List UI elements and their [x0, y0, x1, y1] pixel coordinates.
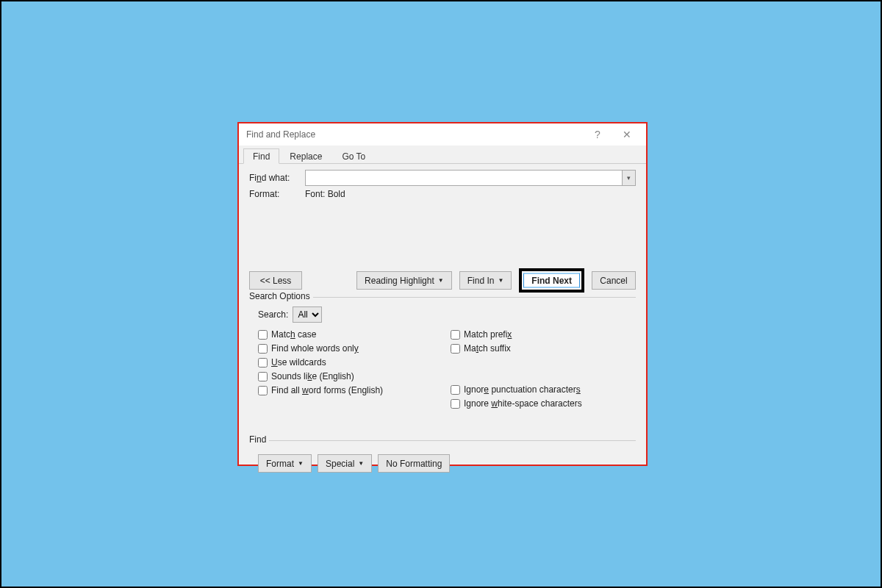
- chevron-down-icon: ▾: [627, 174, 631, 182]
- checkbox-input[interactable]: [451, 344, 460, 354]
- find-fieldset: Find Format ▼ Special ▼ No Formatting: [249, 440, 636, 473]
- special-button[interactable]: Special ▼: [318, 454, 372, 473]
- tab-find[interactable]: Find: [243, 148, 279, 164]
- checkbox-label: Use wildcards: [271, 357, 326, 368]
- checkbox-input[interactable]: [451, 330, 460, 340]
- find-legend: Find: [249, 434, 269, 445]
- help-icon: ?: [595, 129, 600, 140]
- less-button[interactable]: << Less: [249, 271, 302, 290]
- button-label: << Less: [260, 276, 292, 286]
- find-next-highlight: Find Next: [519, 268, 584, 293]
- search-direction-row: Search: All: [258, 306, 636, 323]
- button-label: Format: [266, 459, 294, 469]
- search-options-fieldset: Search Options Search: All Match case Fi…: [249, 297, 636, 411]
- format-button[interactable]: Format ▼: [258, 454, 312, 473]
- action-buttons: << Less Reading Highlight ▼ Find In ▼ Fi…: [249, 268, 636, 293]
- search-direction-select[interactable]: All: [293, 306, 322, 323]
- button-label: Find In: [467, 276, 495, 286]
- checkbox-input[interactable]: [451, 399, 460, 409]
- checkbox-input[interactable]: [258, 372, 268, 381]
- dialog-title: Find and Replace: [246, 129, 583, 140]
- cancel-button[interactable]: Cancel: [592, 271, 636, 290]
- find-what-row: Find what: ▾: [249, 170, 636, 186]
- tab-strip: Find Replace Go To: [239, 146, 646, 164]
- tab-label: Go To: [342, 151, 365, 162]
- checkbox-label: Ignore white-space characters: [464, 398, 582, 409]
- find-what-dropdown[interactable]: ▾: [622, 171, 635, 185]
- no-formatting-button[interactable]: No Formatting: [378, 454, 450, 473]
- search-label: Search:: [258, 309, 288, 320]
- button-label: Reading Highlight: [365, 276, 434, 286]
- find-next-button[interactable]: Find Next: [523, 273, 580, 288]
- find-replace-dialog: Find and Replace ? ✕ Find Replace Go To …: [237, 122, 648, 466]
- search-options-legend: Search Options: [249, 291, 313, 301]
- checkbox-label: Find all word forms (English): [271, 385, 383, 395]
- find-what-input[interactable]: ▾: [305, 170, 636, 186]
- format-value: Font: Bold: [305, 189, 345, 199]
- chevron-down-icon: ▼: [298, 460, 304, 467]
- checkbox-input[interactable]: [258, 358, 268, 368]
- format-label: Format:: [249, 189, 305, 199]
- checkbox-label: Match prefix: [464, 329, 512, 340]
- checkbox-col-right: Match prefix Match suffix Ignore punctua…: [443, 327, 636, 411]
- chevron-down-icon: ▼: [358, 460, 364, 467]
- tab-label: Replace: [290, 151, 322, 162]
- spacer: [451, 356, 636, 382]
- tab-goto[interactable]: Go To: [332, 148, 375, 164]
- checkbox-grid: Match case Find whole words only Use wil…: [258, 327, 636, 411]
- ignore-white-checkbox[interactable]: Ignore white-space characters: [451, 397, 636, 410]
- match-case-checkbox[interactable]: Match case: [258, 328, 443, 341]
- titlebar: Find and Replace ? ✕: [239, 123, 646, 146]
- checkbox-col-left: Match case Find whole words only Use wil…: [258, 327, 443, 411]
- tab-label: Find: [253, 151, 270, 162]
- format-row: Format: Font: Bold: [249, 189, 636, 199]
- reading-highlight-button[interactable]: Reading Highlight ▼: [356, 271, 452, 290]
- match-suffix-checkbox[interactable]: Match suffix: [451, 342, 636, 355]
- button-label: Special: [326, 459, 354, 469]
- page-canvas: Find and Replace ? ✕ Find Replace Go To …: [0, 0, 882, 588]
- checkbox-input[interactable]: [258, 344, 268, 354]
- checkbox-label: Ignore punctuation characters: [464, 384, 581, 395]
- button-label: Find Next: [531, 276, 572, 286]
- match-prefix-checkbox[interactable]: Match prefix: [451, 328, 636, 341]
- find-what-label: Find what:: [249, 173, 305, 183]
- checkbox-label: Match case: [271, 329, 316, 340]
- checkbox-label: Find whole words only: [271, 343, 359, 354]
- button-label: Cancel: [600, 276, 627, 286]
- checkbox-input[interactable]: [258, 330, 268, 340]
- word-forms-checkbox[interactable]: Find all word forms (English): [258, 384, 443, 397]
- find-buttons-row: Format ▼ Special ▼ No Formatting: [258, 454, 636, 473]
- checkbox-label: Match suffix: [464, 343, 511, 354]
- wildcards-checkbox[interactable]: Use wildcards: [258, 356, 443, 369]
- dialog-body: Find what: ▾ Format: Font: Bold << Less …: [239, 164, 646, 480]
- checkbox-input[interactable]: [258, 386, 268, 395]
- button-label: No Formatting: [386, 459, 442, 469]
- close-button[interactable]: ✕: [612, 124, 642, 145]
- checkbox-input[interactable]: [451, 385, 460, 395]
- help-button[interactable]: ?: [583, 124, 612, 145]
- ignore-punct-checkbox[interactable]: Ignore punctuation characters: [451, 383, 636, 396]
- whole-words-checkbox[interactable]: Find whole words only: [258, 342, 443, 355]
- close-icon: ✕: [623, 129, 631, 140]
- chevron-down-icon: ▼: [438, 277, 444, 284]
- sounds-like-checkbox[interactable]: Sounds like (English): [258, 370, 443, 383]
- find-in-button[interactable]: Find In ▼: [459, 271, 512, 290]
- checkbox-label: Sounds like (English): [271, 371, 354, 381]
- tab-replace[interactable]: Replace: [280, 148, 331, 164]
- chevron-down-icon: ▼: [498, 277, 503, 284]
